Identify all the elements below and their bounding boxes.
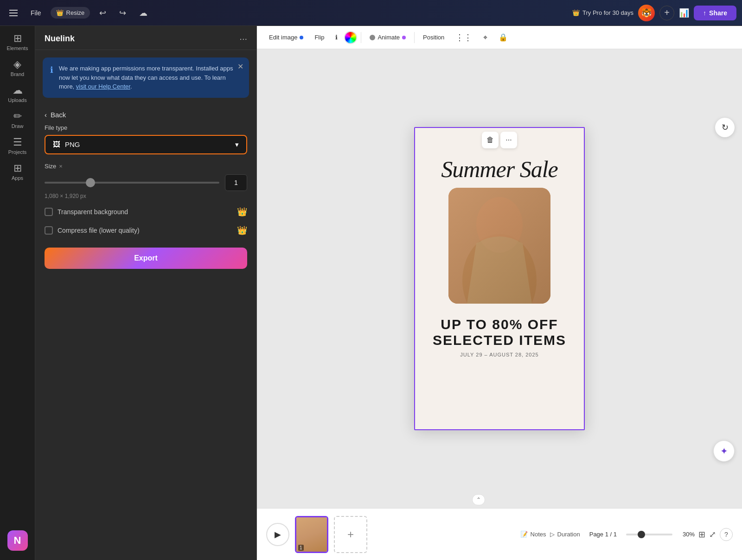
sidebar-item-projects[interactable]: ☰ Projects [2,134,33,159]
edit-image-button[interactable]: Edit image [264,32,308,43]
edit-dot [300,36,303,39]
crop-tool-button[interactable]: ⌖ [479,31,492,44]
undo-button[interactable]: ↩ [96,6,110,20]
add-page-button[interactable]: + [334,516,367,553]
help-button[interactable]: ? [720,528,733,541]
file-menu-button[interactable]: File [27,7,45,19]
notes-icon: 📝 [520,531,528,538]
magic-button[interactable]: ✦ [713,440,735,462]
panel-header: Nuelink ··· [35,26,256,50]
zoom-slider[interactable] [626,534,672,535]
add-account-button[interactable]: + [659,6,674,20]
animate-dot [402,36,406,39]
info-icon: ℹ [50,65,53,91]
redo-button[interactable]: ↪ [115,6,130,20]
compress-checkbox[interactable] [45,226,53,235]
size-section: Size × 1 1,080 × 1,920 px [45,163,247,199]
try-pro-button[interactable]: 👑 Try Pro for 30 days [572,9,633,16]
back-button[interactable]: ‹ Back [35,105,256,124]
back-arrow-icon: ‹ [45,111,47,119]
summer-sale-title: Summer Sale [432,156,567,182]
info-banner: ℹ We are making app permissions more tra… [43,57,249,98]
compress-crown-icon: 👑 [237,225,247,235]
compress-row: Compress file (lower quality) 👑 [45,224,247,236]
flip-button[interactable]: Flip [310,32,329,43]
draw-icon: ✏ [13,111,22,121]
projects-icon: ☰ [13,137,22,147]
transparent-crown-icon: 👑 [237,207,247,217]
sidebar-nuelink-button[interactable]: N [7,530,28,551]
avatar[interactable]: 🐯 [638,5,655,21]
product-photo[interactable] [448,188,550,304]
card-actions: 🗑 ··· [482,132,517,148]
toolbar-divider-2 [414,32,415,43]
refresh-button[interactable]: ↻ [715,118,735,137]
transparent-bg-checkbox[interactable] [45,208,53,216]
panel-title: Nuelink [45,34,75,44]
nuelink-panel: Nuelink ··· ℹ We are making app permissi… [35,26,257,560]
more-element-button[interactable]: ··· [500,132,517,148]
export-button[interactable]: Export [45,248,247,269]
file-type-label: File type [45,124,247,131]
color-wheel-button[interactable] [344,31,357,44]
panel-content: File type 🖼 PNG ▾ Size × 1 1,080 × 1,920… [35,124,256,278]
sidebar-item-elements[interactable]: ⊞ Elements [2,30,33,55]
elements-icon: ⊞ [13,33,22,44]
bottom-controls: 📝 Notes ▷ Duration Page 1 / 1 30% ⊞ ⤢ ? [520,528,733,541]
uploads-icon: ☁ [13,85,23,95]
animate-button[interactable]: Animate [365,32,410,43]
topbar: File 👑 Resize ↩ ↪ ☁ 👑 Try Pro for 30 day… [0,0,742,26]
transparent-bg-label: Transparent background [58,208,128,216]
info-circle-icon: ℹ [335,34,338,41]
share-button[interactable]: ↑ Share [694,6,736,20]
add-page-icon: + [347,528,354,541]
bottom-panel: ▶ 1 + 📝 Notes ▷ Duration Page 1 / 1 [257,508,742,560]
lock-button[interactable]: 🔒 [494,31,512,44]
sale-items: SELECTED ITEMS [433,332,566,348]
delete-element-button[interactable]: 🗑 [482,132,499,148]
sale-percentage: UP TO 80% OFF [433,317,566,332]
compress-label: Compress file (lower quality) [58,227,140,234]
duration-icon: ▷ [550,531,555,538]
dimensions-text: 1,080 × 1,920 px [45,193,247,199]
canvas-viewport[interactable]: ↻ ✦ 🗑 ··· Summer Sale [257,49,742,508]
menu-icon[interactable] [6,6,21,20]
position-button[interactable]: Position [418,32,449,43]
sale-text-block: UP TO 80% OFF SELECTED ITEMS JULY 29 – A… [423,317,576,357]
sidebar-item-apps[interactable]: ⊞ Apps [2,159,33,185]
size-label: Size [45,163,56,170]
design-card: 🗑 ··· Summer Sale [414,127,585,430]
info-banner-close-button[interactable]: ✕ [237,62,243,71]
apps-icon: ⊞ [13,163,22,173]
file-type-select[interactable]: 🖼 PNG ▾ [45,135,247,154]
size-clear-button[interactable]: × [59,163,63,170]
grid-view-button[interactable]: ⊞ [698,529,705,540]
pattern-button[interactable]: ⋮⋮ [451,30,477,45]
chevron-down-icon: ▾ [235,140,239,149]
expand-button[interactable]: ⤢ [709,529,716,540]
notes-button[interactable]: 📝 Notes [520,531,546,538]
page-thumbnail-1[interactable]: 1 [295,516,328,553]
canvas-area: Edit image Flip ℹ Animate Position ⋮⋮ ⌖ … [257,26,742,560]
crown-icon: 👑 [56,9,64,16]
hide-panel-button[interactable]: ⌃ [472,494,485,505]
panel-more-button[interactable]: ··· [239,33,247,44]
sale-date: JULY 29 – AUGUST 28, 2025 [433,352,566,357]
sidebar-item-uploads[interactable]: ☁ Uploads [2,82,33,107]
sidebar-item-brand[interactable]: ◈ Brand [2,56,33,81]
info-banner-text: We are making app permissions more trans… [59,64,242,91]
info-button[interactable]: ℹ [331,32,342,43]
play-button[interactable]: ▶ [266,523,289,546]
analytics-button[interactable]: 📊 [679,8,689,18]
share-icon: ↑ [703,9,706,17]
nuelink-logo-icon: N [14,535,21,547]
page-number-badge: 1 [298,545,304,551]
png-file-icon: 🖼 [53,140,60,149]
size-slider[interactable] [45,182,219,184]
sidebar-item-draw[interactable]: ✏ Draw [2,108,33,133]
save-cloud-button[interactable]: ☁ [135,6,151,20]
help-center-link[interactable]: visit our Help Center [76,83,130,90]
brand-icon: ◈ [13,59,21,70]
duration-button[interactable]: ▷ Duration [550,531,580,538]
resize-button[interactable]: 👑 Resize [51,7,90,19]
